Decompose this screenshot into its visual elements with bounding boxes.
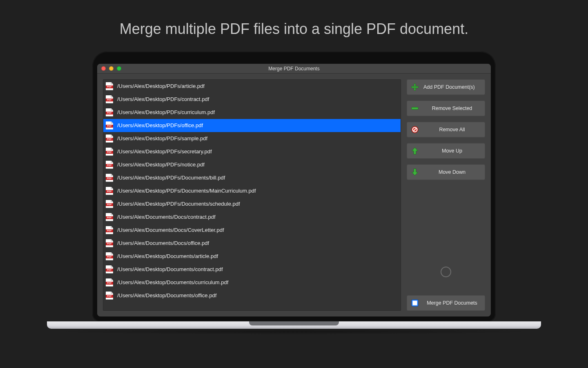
pdf-file-icon: PDF (106, 292, 113, 300)
file-row[interactable]: PDF/Users/Alex/Desktop/PDFs/notice.pdf (103, 158, 401, 171)
file-path: /Users/Alex/Desktop/Documents/article.pd… (117, 253, 218, 259)
file-path: /Users/Alex/Desktop/Documents/curriculum… (117, 279, 228, 285)
app-window: Merge PDF Documents PDF/Users/Alex/Deskt… (97, 64, 491, 316)
pdf-file-icon: PDF (106, 161, 113, 169)
laptop-shadow (47, 329, 541, 334)
file-path: /Users/Alex/Desktop/PDFs/secretary.pdf (117, 148, 212, 155)
remove-icon (410, 104, 419, 113)
sidebar: Add PDF Document(s) Remove Selected (407, 79, 485, 311)
file-path: /Users/Alex/Desktop/PDFs/Documents/bill.… (117, 175, 225, 181)
file-path: /Users/Alex/Desktop/PDFs/Documents/sched… (117, 201, 240, 207)
file-row[interactable]: PDF/Users/Alex/Desktop/Documents/curricu… (103, 276, 401, 289)
file-row[interactable]: PDF/Users/Alex/Documents/Docs/contract.p… (103, 211, 401, 224)
file-path: /Users/Alex/Documents/Docs/CoverLetter.p… (117, 227, 224, 233)
pdf-file-icon: PDF (106, 82, 113, 90)
arrow-down-icon (410, 168, 419, 177)
remove-selected-button[interactable]: Remove Selected (407, 101, 485, 116)
add-pdf-label: Add PDF Document(s) (423, 84, 481, 90)
add-icon (410, 83, 419, 92)
file-path: /Users/Alex/Documents/Docs/contract.pdf (117, 214, 216, 220)
pdf-file-icon: PDF (106, 108, 113, 117)
arrow-up-icon (410, 146, 419, 155)
pdf-file-icon: PDF (106, 148, 113, 156)
remove-all-button[interactable]: Remove All (407, 122, 485, 137)
file-path: /Users/Alex/Desktop/PDFs/curriculum.pdf (117, 109, 215, 115)
file-row[interactable]: PDF/Users/Alex/Desktop/PDFs/article.pdf (103, 80, 401, 93)
file-row[interactable]: PDF/Users/Alex/Desktop/PDFs/office.pdf (103, 119, 401, 132)
window-titlebar: Merge PDF Documents (97, 64, 491, 74)
merge-pdf-button[interactable]: Merge PDF Documets (407, 295, 485, 311)
merge-icon (410, 298, 419, 307)
file-row[interactable]: PDF/Users/Alex/Desktop/PDFs/Documents/sc… (103, 197, 401, 211)
remove-selected-label: Remove Selected (423, 105, 481, 111)
progress-spinner-icon (441, 267, 451, 277)
file-path: /Users/Alex/Desktop/PDFs/Documents/MainC… (117, 188, 256, 194)
file-row[interactable]: PDF/Users/Alex/Documents/Docs/CoverLette… (103, 224, 401, 237)
pdf-file-icon: PDF (106, 95, 113, 103)
file-row[interactable]: PDF/Users/Alex/Desktop/PDFs/sample.pdf (103, 132, 401, 145)
window-title: Merge PDF Documents (97, 66, 491, 72)
pdf-file-icon: PDF (106, 135, 113, 143)
file-path: /Users/Alex/Desktop/PDFs/article.pdf (117, 83, 205, 89)
pdf-file-icon: PDF (106, 265, 113, 274)
file-path: /Users/Alex/Desktop/Documents/office.pdf (117, 292, 216, 298)
pdf-file-icon: PDF (106, 121, 113, 130)
pdf-file-icon: PDF (106, 200, 113, 208)
file-row[interactable]: PDF/Users/Alex/Desktop/Documents/office.… (103, 289, 401, 302)
move-up-button[interactable]: Move Up (407, 143, 485, 159)
pdf-file-icon: PDF (106, 213, 113, 221)
laptop-lid: Merge PDF Documents PDF/Users/Alex/Deskt… (92, 52, 496, 321)
page-tagline: Merge multiple PDF files into a single P… (0, 0, 588, 38)
laptop-mockup: Merge PDF Documents PDF/Users/Alex/Deskt… (92, 52, 496, 334)
svg-rect-7 (413, 301, 417, 305)
add-pdf-button[interactable]: Add PDF Document(s) (407, 79, 485, 95)
file-path: /Users/Alex/Documents/Docs/office.pdf (117, 240, 209, 246)
svg-rect-2 (412, 107, 419, 110)
pdf-file-icon: PDF (106, 278, 113, 287)
move-down-button[interactable]: Move Down (407, 164, 485, 180)
file-row[interactable]: PDF/Users/Alex/Desktop/PDFs/Documents/bi… (103, 171, 401, 184)
file-path: /Users/Alex/Desktop/PDFs/office.pdf (117, 122, 203, 128)
file-path: /Users/Alex/Desktop/PDFs/notice.pdf (117, 162, 205, 168)
svg-rect-1 (412, 86, 419, 88)
file-row[interactable]: PDF/Users/Alex/Desktop/PDFs/contract.pdf (103, 93, 401, 106)
file-path: /Users/Alex/Desktop/PDFs/contract.pdf (117, 96, 209, 102)
pdf-file-icon: PDF (106, 252, 113, 260)
file-row[interactable]: PDF/Users/Alex/Documents/Docs/office.pdf (103, 237, 401, 250)
remove-all-label: Remove All (423, 127, 481, 132)
laptop-notch (249, 321, 339, 325)
move-down-label: Move Down (423, 169, 481, 175)
file-row[interactable]: PDF/Users/Alex/Desktop/PDFs/Documents/Ma… (103, 184, 401, 197)
sidebar-spacer (407, 186, 485, 289)
file-row[interactable]: PDF/Users/Alex/Desktop/Documents/article… (103, 250, 401, 263)
move-up-label: Move Up (423, 148, 481, 154)
pdf-file-icon: PDF (106, 226, 113, 234)
window-content: PDF/Users/Alex/Desktop/PDFs/article.pdfP… (97, 74, 491, 316)
file-row[interactable]: PDF/Users/Alex/Desktop/Documents/contrac… (103, 263, 401, 276)
file-row[interactable]: PDF/Users/Alex/Desktop/PDFs/curriculum.p… (103, 106, 401, 119)
remove-all-icon (410, 125, 419, 134)
pdf-file-icon: PDF (106, 174, 113, 182)
file-list[interactable]: PDF/Users/Alex/Desktop/PDFs/article.pdfP… (103, 79, 401, 311)
file-path: /Users/Alex/Desktop/PDFs/sample.pdf (117, 135, 207, 141)
laptop-base (47, 321, 541, 329)
pdf-file-icon: PDF (106, 187, 113, 195)
file-path: /Users/Alex/Desktop/Documents/contract.p… (117, 266, 223, 272)
merge-pdf-label: Merge PDF Documets (423, 300, 481, 306)
file-row[interactable]: PDF/Users/Alex/Desktop/PDFs/secretary.pd… (103, 145, 401, 158)
pdf-file-icon: PDF (106, 239, 113, 247)
